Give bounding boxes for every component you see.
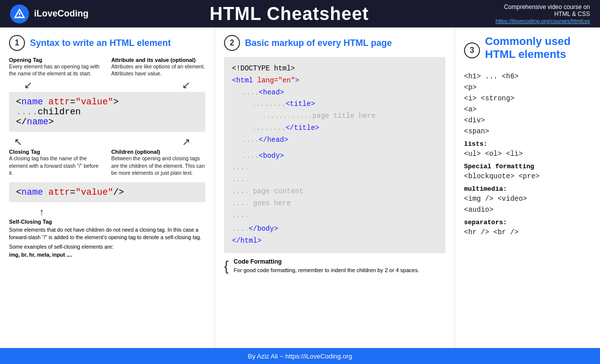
section3-title-area: Commonly used HTML elements xyxy=(485,35,570,66)
code-body-close: ....</body> xyxy=(232,223,438,235)
code-head-open: ....<head> xyxy=(242,87,438,99)
code-format-section: { Code Formatting For good code formatti… xyxy=(224,258,446,274)
common-special: <blockquote> <pre> xyxy=(464,172,591,180)
code-title-close: ........</title> xyxy=(252,122,438,134)
logo-text: iLoveCoding xyxy=(34,8,88,19)
attr-label-area: Attribute and its value (optional) Attri… xyxy=(111,57,206,77)
special-category: Special formatting xyxy=(464,163,591,170)
section3-title: Commonly used HTML elements xyxy=(485,35,570,61)
separators-category: separators: xyxy=(464,219,591,226)
code-html-close: </html> xyxy=(232,235,438,247)
section1-number: 1 xyxy=(9,35,25,51)
logo-area: iLoveCoding xyxy=(10,4,88,23)
opening-tag-desc: Every element has an opening tag with th… xyxy=(9,63,104,77)
children-label: Children (optional) xyxy=(111,149,206,155)
code-lt1: < xyxy=(16,97,22,107)
code-format-text-area: Code Formatting For good code formatting… xyxy=(234,258,419,274)
code-html-open: <html lang="en"> xyxy=(232,75,438,87)
opening-tag-label-area: Opening Tag Every element has an opening… xyxy=(9,57,104,77)
sc-lt: < xyxy=(16,187,22,197)
self-close-desc: Some elements that do not have children … xyxy=(9,226,206,241)
labels-bottom: Closing Tag A closing tag has the name o… xyxy=(9,149,206,176)
section2-number: 2 xyxy=(224,35,240,51)
common-headings: <h1> ... <h6> xyxy=(464,72,591,80)
sc-name: name xyxy=(22,187,43,197)
opening-tag-label: Opening Tag xyxy=(9,57,104,63)
closing-tag-label-area: Closing Tag A closing tag has the name o… xyxy=(9,149,104,176)
arrow-self-close-row: ↑ xyxy=(9,206,206,218)
code-body-open: ....<body> xyxy=(242,150,438,162)
sc-val: "value" xyxy=(76,187,114,197)
section2-header: 2 Basic markup of every HTML page xyxy=(224,35,446,51)
common-multimedia1: <img /> <video> xyxy=(464,195,591,203)
code-attr: attr xyxy=(48,97,70,107)
code-val: "value" xyxy=(76,97,114,107)
header: iLoveCoding HTML Cheatsheet Comprehensiv… xyxy=(0,0,600,27)
common-paragraph: <p> xyxy=(464,83,591,91)
code-format-desc: For good code formatting, remember to in… xyxy=(234,267,419,274)
code-title-open: ........<title> xyxy=(252,98,438,110)
children-desc: Between the opening and closing tags are… xyxy=(111,155,206,176)
common-multimedia2: <audio> xyxy=(464,206,591,214)
code-page-title: ............page title here xyxy=(262,110,438,122)
examples-label: Some examples of self-closing elements a… xyxy=(9,244,206,250)
svg-point-2 xyxy=(19,15,20,16)
section1-syntax: 1 Syntax to write an HTML element Openin… xyxy=(0,27,215,348)
code-gt1: > xyxy=(114,97,119,107)
attr-label: Attribute and its value (optional) xyxy=(111,57,206,63)
code-head-close: ....</head> xyxy=(242,134,438,146)
section2-title: Basic markup of every HTML page xyxy=(245,38,392,48)
sc-slash: /> xyxy=(114,187,124,197)
arrow-self-close: ↑ xyxy=(39,206,44,218)
header-right: Comprehensive video course on HTML & CSS… xyxy=(490,3,590,24)
code-name2: name xyxy=(27,117,48,127)
section3-number: 3 xyxy=(464,42,480,58)
section1-header: 1 Syntax to write an HTML element xyxy=(9,35,206,51)
brace-icon: { xyxy=(224,258,228,274)
code-format-title: Code Formatting xyxy=(234,258,419,265)
main-content: 1 Syntax to write an HTML element Openin… xyxy=(0,27,600,348)
code-dots4: .... xyxy=(232,210,438,222)
closing-tag-label: Closing Tag xyxy=(9,149,104,155)
closing-tag-desc: A closing tag has the name of the elemen… xyxy=(9,155,104,176)
code-dots1: .... xyxy=(16,107,38,117)
course-url[interactable]: https://ilovecoding.org/courses/htmlcss xyxy=(496,18,590,24)
section1-title: Syntax to write an HTML element xyxy=(30,38,171,48)
common-inline: <i> <strong> xyxy=(464,94,591,102)
markup-code-area: <!DOCTYPE html> <html lang="en"> ....<he… xyxy=(224,57,446,253)
code-children: children xyxy=(38,107,80,117)
footer-text: By Aziz Ali ~ https://iLoveCoding.org xyxy=(248,353,352,360)
arrow-children: ↗ xyxy=(182,136,190,148)
section3-common: 3 Commonly used HTML elements <h1> ... <… xyxy=(455,27,600,348)
arrow-closing-tag: ↖ xyxy=(14,136,22,148)
arrows-up-row: ↖ ↗ xyxy=(9,136,206,149)
arrows-down-row: ↙ ↙ xyxy=(9,79,206,91)
footer: By Aziz Ali ~ https://iLoveCoding.org xyxy=(0,348,600,364)
attr-desc: Attributes are like options of an elemen… xyxy=(111,63,206,77)
common-separators: <hr /> <br /> xyxy=(464,228,591,236)
course-label: Comprehensive video course on HTML & CSS xyxy=(490,3,590,17)
syntax-code-box: <name attr="value"> ....children </name> xyxy=(9,92,206,132)
code-dots3: .... xyxy=(232,174,438,186)
arrow-attr: ↙ xyxy=(182,79,190,91)
labels-top: Opening Tag Every element has an opening… xyxy=(9,57,206,77)
examples-list: img, br, hr, meta, input .... xyxy=(9,252,206,258)
logo-icon xyxy=(10,4,29,23)
page-title: HTML Cheatsheet xyxy=(88,3,490,24)
arrow-opening-tag: ↙ xyxy=(24,79,32,91)
code-dots2: .... xyxy=(232,162,438,174)
section3-header: 3 Commonly used HTML elements xyxy=(464,35,591,66)
self-close-code-box: <name attr="value"/> xyxy=(9,182,206,202)
children-label-area: Children (optional) Between the opening … xyxy=(111,149,206,176)
section2-markup: 2 Basic markup of every HTML page <!DOCT… xyxy=(215,27,455,348)
code-goes-here: .... goes here xyxy=(232,198,438,210)
sc-attr: attr xyxy=(48,187,70,197)
common-span: <span> xyxy=(464,127,591,135)
common-lists: <ul> <ol> <li> xyxy=(464,150,591,158)
code-name1: name xyxy=(22,97,43,107)
multimedia-category: multimedia: xyxy=(464,185,591,193)
self-close-label: Self-Closing Tag xyxy=(9,219,206,225)
code-lt2: </ xyxy=(16,117,27,127)
code-gt2: > xyxy=(48,117,54,127)
common-div: <div> xyxy=(464,116,591,124)
